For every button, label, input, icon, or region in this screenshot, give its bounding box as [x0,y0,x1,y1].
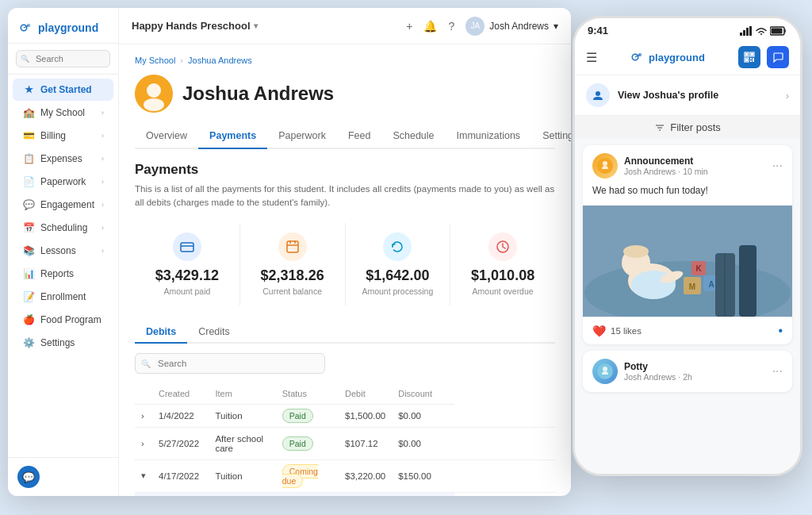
expenses-icon: 📋 [22,153,35,164]
stat-processing-label: Amount processing [362,286,433,296]
sidebar-item-scheduling[interactable]: 📅 Scheduling › [13,217,113,239]
main-content: Happy Hands Preschool ▾ + 🔔 ? JA Josh An… [119,8,571,496]
svg-point-41 [623,245,649,258]
stat-balance-icon [278,233,307,261]
billing-icon: 💳 [22,130,35,141]
sidebar-item-food-program[interactable]: 🍎 Food Program [13,309,113,331]
breadcrumb-parent[interactable]: My School [135,56,175,65]
add-button[interactable]: + [406,20,412,33]
sidebar-item-reports[interactable]: 📊 Reports [13,263,113,285]
feed-post-2: Potty Josh Andrews · 2h ··· [583,351,792,392]
row-item: Tuition [209,404,275,427]
row-debit: $107.12 [339,427,392,459]
row-expand-icon[interactable]: ▾ [135,459,152,492]
sidebar-item-expenses[interactable]: 📋 Expenses › [13,148,113,170]
tab-settings[interactable]: Settings [531,124,571,149]
battery-icon [770,26,787,36]
tab-schedule[interactable]: Schedule [381,124,445,149]
stat-paid-amount: $3,429.12 [155,267,219,284]
filter-label: Filter posts [670,121,721,133]
user-chevron-icon: ▾ [553,21,558,32]
food-program-icon: 🍎 [22,314,35,325]
stat-card-paid: $3,429.12 Amount paid [135,223,240,306]
paperwork-icon: 📄 [22,176,35,187]
row-expand-icon[interactable]: › [135,427,152,459]
school-selector[interactable]: Happy Hands Preschool ▾ [132,20,258,32]
inst-col-discount: Discount [276,492,339,496]
row-discount: $0.00 [392,427,454,459]
sidebar-item-billing[interactable]: 💳 Billing › [13,125,113,147]
breadcrumb-current: Joshua Andrews [188,56,252,65]
enrollment-icon: 📝 [22,291,35,302]
col-expand [135,383,152,405]
svg-point-31 [596,91,600,96]
col-discount: Discount [392,383,454,405]
stat-card-processing: $1,642.00 Amount processing [346,223,451,306]
user-avatar: JA [465,17,485,36]
sidebar-search-input[interactable] [16,50,110,67]
post-more-icon[interactable]: ··· [772,159,783,173]
my-school-icon: 🏫 [22,107,35,118]
section-title: Payments [135,162,555,178]
sidebar-item-engagement[interactable]: 💬 Engagement › [13,194,113,216]
sidebar-search-container [8,44,118,75]
row-expand-icon[interactable]: › [135,404,152,427]
post-author-time: Josh Andrews · 10 min [624,167,766,176]
page-content: My School › Joshua Andrews Joshua Andrew… [119,44,571,496]
sidebar-item-label: My School [40,107,85,118]
table-row[interactable]: › 1/4/2022 Tuition Paid $1,500.00 $0.00 [135,404,555,427]
lessons-icon: 📚 [22,245,35,256]
phone-filter-bar[interactable]: Filter posts [575,116,800,139]
table-row[interactable]: ▾ 4/17/2022 Tuition Coming due $3,220.00… [135,459,555,492]
stat-paid-icon [173,233,201,261]
phone-time: 9:41 [588,25,608,37]
payments-table: Created Item Status Debit Discount › 1/4… [135,383,555,497]
chat-bubble-icon[interactable]: 💬 [17,466,40,488]
student-tabs: Overview Payments Paperwork Feed Schedul… [135,124,555,149]
likes-count: 15 likes [611,326,642,336]
sub-tab-credits[interactable]: Credits [187,321,241,344]
post-text: We had so much fun today! [583,183,792,206]
sidebar-item-settings[interactable]: ⚙️ Settings [13,332,113,354]
top-bar: Happy Hands Preschool ▾ + 🔔 ? JA Josh An… [119,8,571,44]
sidebar-item-paperwork[interactable]: 📄 Paperwork › [13,171,113,193]
section-description: This is a list of all the payments for t… [135,183,555,210]
feed-post-1: Announcement Josh Andrews · 10 min ··· W… [583,145,792,344]
stat-overdue-amount: $1,010.08 [471,267,534,284]
tab-overview[interactable]: Overview [135,124,198,149]
row-item: After school care [209,427,275,459]
tab-immunizations[interactable]: Immunizations [446,124,532,149]
svg-rect-13 [740,33,742,36]
table-row[interactable]: › 5/27/2022 After school care Paid $107.… [135,427,555,459]
chat-icon[interactable] [767,46,789,68]
student-header: Joshua Andrews [135,75,555,113]
user-menu[interactable]: JA Josh Andrews ▾ [465,17,558,36]
tab-payments[interactable]: Payments [198,124,267,149]
tab-paperwork[interactable]: Paperwork [267,124,337,149]
row-item: Tuition [209,459,275,492]
sidebar-item-get-started[interactable]: ★ Get Started [13,79,113,101]
profile-chevron-icon: › [786,90,789,102]
sidebar-item-my-school[interactable]: 🏫 My School › [13,102,113,124]
post2-more-icon[interactable]: ··· [772,364,783,379]
help-icon[interactable]: ? [448,20,454,33]
like-dot-icon[interactable]: • [778,324,783,338]
notifications-icon[interactable]: 🔔 [423,20,437,33]
sidebar-item-label: Reports [40,268,74,279]
student-avatar [135,75,173,113]
payment-search [135,353,325,374]
post2-avatar [592,359,618,384]
sidebar-item-label: Scheduling [40,222,87,233]
svg-text:A: A [708,280,714,289]
sidebar-item-enrollment[interactable]: 📝 Enrollment [13,286,113,308]
qr-icon[interactable] [738,46,760,68]
sidebar-item-lessons[interactable]: 📚 Lessons › [13,240,113,262]
payment-search-input[interactable] [135,353,325,374]
row-debit: $1,500.00 [339,404,392,427]
installment-header-row: Installment Debit Discount Total Status [135,492,555,496]
tab-feed[interactable]: Feed [337,124,382,149]
hamburger-icon[interactable]: ☰ [586,50,597,65]
phone-profile-bar[interactable]: View Joshua's profile › [575,75,800,116]
post-header: Announcement Josh Andrews · 10 min ··· [583,145,792,183]
sub-tab-debits[interactable]: Debits [135,321,187,344]
